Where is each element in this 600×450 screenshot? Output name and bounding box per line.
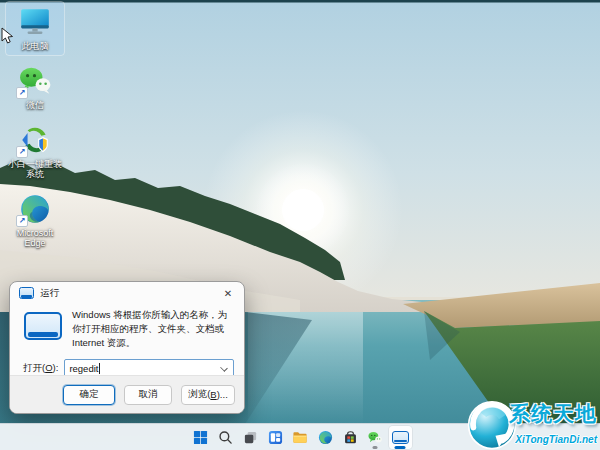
chevron-down-icon[interactable] xyxy=(220,364,228,372)
task-view-icon xyxy=(243,430,258,445)
desktop-icon-this-pc[interactable]: 此电脑 xyxy=(6,2,64,55)
store-bag-icon xyxy=(343,430,358,445)
shortcut-arrow-icon: ↗ xyxy=(16,215,28,227)
taskbar-items xyxy=(189,426,412,449)
open-label: 打开(O): xyxy=(23,362,58,375)
wechat-taskbar-button[interactable] xyxy=(364,426,387,449)
wechat-icon: ↗ xyxy=(18,64,52,98)
active-app-indicator xyxy=(395,446,406,449)
run-window-icon xyxy=(392,431,409,444)
folder-icon xyxy=(292,430,308,445)
desktop-icon-label: 小白一键重装系统 xyxy=(7,159,63,179)
run-dialog-description: Windows 将根据你所输入的名称，为你打开相应的程序、文件夹、文档或 Int… xyxy=(72,308,232,350)
widgets-icon xyxy=(268,430,283,445)
close-icon[interactable]: ✕ xyxy=(212,282,244,304)
windows-logo-icon xyxy=(193,430,208,445)
store-button[interactable] xyxy=(339,426,362,449)
cancel-button[interactable]: 取消 xyxy=(124,385,172,405)
run-command-value: regedit xyxy=(69,363,98,374)
shortcut-arrow-icon: ↗ xyxy=(16,146,28,158)
xiaobai-reinstall-icon: ↗ xyxy=(18,123,52,157)
edge-icon: ↗ xyxy=(18,192,52,226)
run-dialog-titlebar[interactable]: 运行 ✕ xyxy=(10,282,244,304)
desktop-icon-list: 此电脑 ↗ xyxy=(6,2,64,258)
search-icon xyxy=(218,430,233,445)
run-dialog-footer: 确定 取消 浏览(B)... xyxy=(10,375,244,413)
desktop-icon-wechat[interactable]: ↗ 微信 xyxy=(6,61,64,114)
start-button[interactable] xyxy=(189,426,212,449)
widgets-button[interactable] xyxy=(264,426,287,449)
edge-button[interactable] xyxy=(314,426,337,449)
taskbar xyxy=(0,423,600,450)
edge-icon xyxy=(318,430,333,445)
mouse-cursor xyxy=(1,27,14,45)
shortcut-arrow-icon: ↗ xyxy=(16,87,28,99)
search-button[interactable] xyxy=(214,426,237,449)
desktop-icon-label: 微信 xyxy=(26,100,44,110)
run-window-icon xyxy=(19,287,34,299)
run-dialog-icon xyxy=(24,312,62,340)
this-pc-icon xyxy=(18,5,52,39)
run-dialog-title: 运行 xyxy=(40,287,59,300)
text-caret xyxy=(99,363,100,374)
browse-button[interactable]: 浏览(B)... xyxy=(181,385,235,405)
file-explorer-button[interactable] xyxy=(289,426,312,449)
open-app-indicator xyxy=(373,446,378,449)
desktop: 此电脑 ↗ xyxy=(0,0,600,450)
desktop-icon-edge[interactable]: ↗ Microsoft Edge xyxy=(6,189,64,252)
desktop-icon-label: Microsoft Edge xyxy=(7,228,63,248)
ok-button[interactable]: 确定 xyxy=(63,385,115,405)
desktop-icon-label: 此电脑 xyxy=(22,41,49,51)
task-view-button[interactable] xyxy=(239,426,262,449)
desktop-icon-xiaobai-reinstall[interactable]: ↗ 小白一键重装系统 xyxy=(6,120,64,183)
run-taskbar-button[interactable] xyxy=(389,426,412,449)
run-dialog: 运行 ✕ Windows 将根据你所输入的名称，为你打开相应的程序、文件夹、文档… xyxy=(9,281,245,414)
wechat-icon xyxy=(367,430,383,445)
